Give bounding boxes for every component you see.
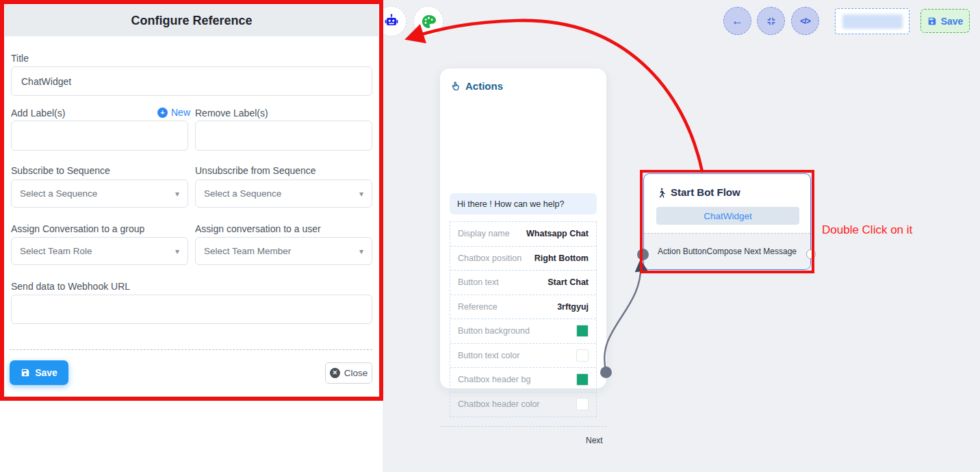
new-label-text: New (171, 107, 190, 118)
node-reference-label: ChatWidget (704, 211, 752, 221)
floppy-icon (21, 368, 30, 377)
assign-group-value: Select Team Role (20, 246, 92, 256)
arrow-left-icon: ← (732, 14, 743, 28)
save-button[interactable]: Save (10, 360, 68, 385)
prop-label: Display name (458, 229, 510, 238)
prop-label: Reference (458, 302, 498, 312)
redacted-flow-title (842, 14, 903, 29)
embed-code-button[interactable]: </> (791, 7, 819, 35)
chevron-down-icon: ▾ (359, 247, 363, 256)
add-labels-input[interactable] (11, 121, 188, 151)
prop-label: Button text (458, 277, 499, 287)
close-button[interactable]: ✕ Close (325, 362, 372, 384)
table-row: Button text Start Chat (450, 271, 596, 295)
chevron-down-icon: ▾ (359, 189, 363, 199)
prop-value: Whatsapp Chat (526, 229, 589, 238)
prop-label: Button background (458, 326, 530, 336)
color-swatch[interactable] (576, 349, 589, 362)
assign-user-select[interactable]: Select Team Member ▾ (195, 237, 372, 265)
flow-connector-edge (604, 262, 641, 372)
next-port-handle[interactable] (600, 367, 612, 378)
unsubscribe-sequence-select[interactable]: Select a Sequence ▾ (195, 179, 372, 208)
subscribe-sequence-select[interactable]: Select a Sequence ▾ (11, 179, 188, 208)
subscribe-sequence-label: Subscribe to Sequence (11, 165, 110, 176)
table-row: Button background (450, 319, 596, 344)
panel-header: Configure Reference (5, 5, 378, 36)
prop-label: Chatbox header color (458, 399, 540, 409)
add-labels-label: Add Label(s) (11, 108, 65, 119)
color-swatch[interactable] (576, 398, 589, 410)
color-swatch[interactable] (576, 373, 589, 386)
close-button-label: Close (344, 368, 368, 378)
card-footer-divider (440, 426, 606, 427)
node-footer: Action Button Compose Next Message (644, 233, 810, 269)
color-swatch[interactable] (576, 325, 589, 337)
prop-value: Right Bottom (534, 253, 589, 263)
compose-next-port-handle[interactable] (806, 249, 816, 259)
assign-group-label: Assign Conversation to a group (11, 223, 144, 234)
assign-group-select[interactable]: Select Team Role ▾ (11, 237, 188, 265)
actions-node-card[interactable]: Actions Whatsapp Short Link Hi there ! H… (440, 69, 606, 388)
subscribe-sequence-value: Select a Sequence (20, 188, 97, 199)
title-input[interactable] (11, 66, 372, 96)
code-icon: </> (800, 16, 810, 26)
theme-palette-button[interactable] (413, 6, 443, 36)
action-button-port-label: Action Button (658, 247, 706, 256)
back-button[interactable]: ← (723, 7, 751, 35)
chevron-down-icon: ▾ (175, 189, 179, 199)
page-title: Configure Reference (131, 14, 252, 28)
next-port-label: Next (586, 436, 603, 445)
unsubscribe-sequence-label: Unsubscribe from Sequence (195, 165, 316, 176)
action-button-port-handle[interactable] (637, 249, 649, 260)
compress-view-button[interactable] (757, 7, 785, 35)
double-click-annotation: Double Click on it (822, 223, 912, 237)
node-title: Start Bot Flow (656, 186, 740, 198)
assign-user-value: Select Team Member (204, 246, 291, 256)
plus-circle-icon: + (157, 108, 168, 118)
save-button-label: Save (35, 367, 57, 378)
floppy-icon (927, 16, 937, 26)
webhook-input[interactable] (11, 295, 372, 324)
prop-value: 3rftgyuj (557, 302, 589, 312)
actions-card-title: Actions (450, 80, 503, 92)
webhook-label: Send data to Webhook URL (11, 281, 130, 292)
flow-save-button[interactable]: Save (920, 9, 970, 33)
start-bot-flow-node[interactable]: Start Bot Flow ChatWidget Action Button … (643, 173, 811, 270)
table-row: Chatbox header bg (450, 368, 596, 393)
greeting-message-text: Hi there ! How can we help? (457, 199, 564, 209)
compress-icon (766, 16, 777, 27)
greeting-message: Hi there ! How can we help? (450, 193, 597, 214)
footer-divider (10, 349, 372, 350)
widget-properties-table: Display name Whatsapp Chat Chatbox posit… (450, 221, 597, 417)
tap-hand-icon (450, 81, 461, 91)
table-row: Display name Whatsapp Chat (450, 222, 596, 247)
new-label-link[interactable]: + New (157, 107, 190, 118)
actions-title-text: Actions (465, 80, 503, 92)
compose-next-port-label: Compose Next Message (707, 247, 797, 256)
node-reference-button[interactable]: ChatWidget (656, 207, 799, 225)
prop-label: Chatbox header bg (458, 375, 530, 384)
unsubscribe-sequence-value: Select a Sequence (204, 188, 281, 199)
flow-title-box[interactable] (835, 8, 910, 34)
flow-save-label: Save (941, 16, 964, 27)
prop-label: Button text color (458, 351, 519, 360)
robot-icon (383, 13, 400, 29)
prop-value: Start Chat (547, 277, 589, 287)
close-icon: ✕ (330, 368, 340, 378)
prop-label: Chatbox position (458, 253, 521, 263)
configure-reference-panel: Configure Reference Title Add Label(s) +… (0, 0, 383, 472)
table-row: Reference 3rftgyuj (450, 295, 596, 320)
title-label: Title (11, 53, 29, 64)
assign-user-label: Assign conversation to a user (195, 223, 321, 234)
node-title-text: Start Bot Flow (671, 186, 740, 198)
chevron-down-icon: ▾ (175, 247, 179, 256)
walking-person-icon (656, 187, 667, 198)
remove-labels-label: Remove Label(s) (195, 108, 268, 119)
table-row: Chatbox header color (450, 393, 596, 417)
table-row: Button text color (450, 344, 596, 369)
remove-labels-input[interactable] (195, 121, 372, 151)
palette-icon (421, 14, 437, 29)
table-row: Chatbox position Right Bottom (450, 247, 596, 271)
